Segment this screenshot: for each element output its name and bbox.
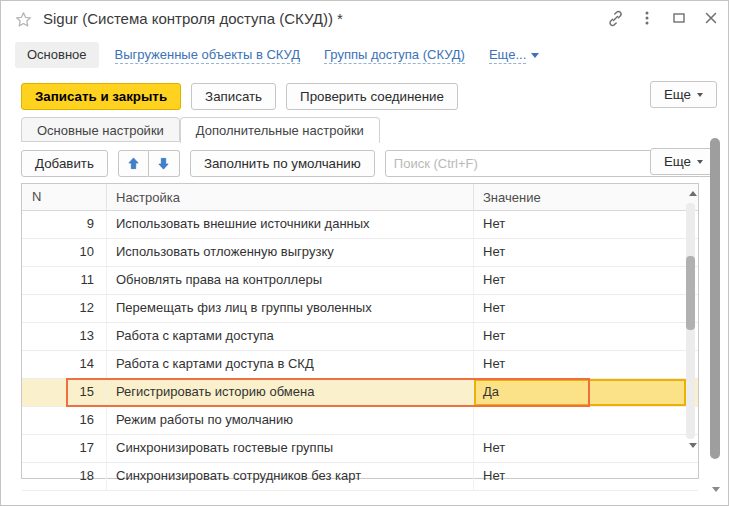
table-row[interactable]: 13 Работа с картами доступа Нет xyxy=(22,323,698,351)
tab-additional-settings[interactable]: Дополнительные настройки xyxy=(180,117,380,143)
setting-name: Синхронизировать гостевые группы xyxy=(107,435,474,462)
setting-name: Обновлять права на контроллеры xyxy=(107,267,474,294)
setting-value: Нет xyxy=(474,267,698,294)
row-number: 10 xyxy=(22,239,107,266)
setting-name: Использовать внешние источники данных xyxy=(107,211,474,238)
list-toolbar: Добавить Заполнить по умолчанию × Еще xyxy=(1,148,728,178)
window-title: Sigur (Система контроля доступа (СКУД)) … xyxy=(43,10,343,27)
table-body: 9 Использовать внешние источники данных … xyxy=(22,211,698,491)
chevron-down-icon xyxy=(531,53,539,58)
kebab-menu-icon[interactable] xyxy=(638,9,656,27)
setting-value: Нет xyxy=(474,295,698,322)
table-row[interactable]: 15 Регистрировать историю обмена Да xyxy=(22,379,698,407)
setting-value: Нет xyxy=(474,239,698,266)
setting-value xyxy=(474,407,698,434)
tab-main-settings[interactable]: Основные настройки xyxy=(21,117,180,142)
table-row[interactable]: 16 Режим работы по умолчанию xyxy=(22,407,698,435)
arrow-down-icon xyxy=(156,156,171,171)
row-number: 14 xyxy=(22,351,107,378)
chevron-down-icon xyxy=(697,160,703,164)
setting-value: Нет xyxy=(474,435,698,462)
nav-link-access-groups[interactable]: Группы доступа (СКУД) xyxy=(324,46,465,64)
move-down-button[interactable] xyxy=(149,150,180,177)
column-header-value[interactable]: Значение xyxy=(474,190,698,205)
toolbar-more-button[interactable]: Еще xyxy=(650,148,717,175)
favorite-star-icon[interactable] xyxy=(14,10,33,29)
app-window: Sigur (Система контроля доступа (СКУД)) … xyxy=(0,0,729,506)
setting-name: Работа с картами доступа xyxy=(107,323,474,350)
setting-value: Нет xyxy=(474,323,698,350)
table-row[interactable]: 11 Обновлять права на контроллеры Нет xyxy=(22,267,698,295)
add-button[interactable]: Добавить xyxy=(21,150,108,177)
column-header-n[interactable]: N xyxy=(22,184,107,210)
table-row[interactable]: 18 Синхронизировать сотрудников без карт… xyxy=(22,463,698,491)
scroll-down-icon[interactable] xyxy=(689,443,697,448)
nav-more-label: Еще... xyxy=(489,46,526,64)
setting-value: Да xyxy=(474,379,698,406)
nav-panel: Основное Выгруженные объекты в СКУД Груп… xyxy=(1,41,728,69)
setting-name: Работа с картами доступа в СКД xyxy=(107,351,474,378)
setting-name: Режим работы по умолчанию xyxy=(107,407,474,434)
settings-table: N Настройка Значение 9 Использовать внеш… xyxy=(21,183,699,479)
titlebar: Sigur (Система контроля доступа (СКУД)) … xyxy=(1,1,728,39)
row-number: 17 xyxy=(22,435,107,462)
setting-value: Нет xyxy=(474,351,698,378)
nav-more-button[interactable]: Еще... xyxy=(489,46,539,64)
row-number: 18 xyxy=(22,463,107,490)
maximize-icon[interactable] xyxy=(670,9,688,27)
save-and-close-button[interactable]: Записать и закрыть xyxy=(21,83,181,110)
settings-tabs: Основные настройки Дополнительные настро… xyxy=(1,117,728,143)
setting-name: Использовать отложенную выгрузку xyxy=(107,239,474,266)
chevron-down-icon xyxy=(697,93,703,97)
command-more-label: Еще xyxy=(664,87,691,102)
table-scrollbar-thumb[interactable] xyxy=(686,256,695,330)
arrow-up-icon xyxy=(126,156,141,171)
setting-name: Синхронизировать сотрудников без карт xyxy=(107,463,474,490)
row-number: 11 xyxy=(22,267,107,294)
table-header: N Настройка Значение xyxy=(22,184,698,211)
form-scroll-down-icon[interactable] xyxy=(712,487,720,492)
setting-name: Перемещать физ лиц в группы уволенных xyxy=(107,295,474,322)
row-number: 12 xyxy=(22,295,107,322)
setting-name: Регистрировать историю обмена xyxy=(107,379,474,406)
move-up-button[interactable] xyxy=(118,150,149,177)
column-header-setting[interactable]: Настройка xyxy=(107,184,474,210)
nav-item-main[interactable]: Основное xyxy=(15,42,99,68)
table-row[interactable]: 12 Перемещать физ лиц в группы уволенных… xyxy=(22,295,698,323)
form-scrollbar-thumb[interactable] xyxy=(710,138,720,459)
fill-default-button[interactable]: Заполнить по умолчанию xyxy=(190,150,375,177)
toolbar-more-label: Еще xyxy=(664,154,691,169)
table-row[interactable]: 9 Использовать внешние источники данных … xyxy=(22,211,698,239)
table-row[interactable]: 17 Синхронизировать гостевые группы Нет xyxy=(22,435,698,463)
row-number: 16 xyxy=(22,407,107,434)
setting-value: Нет xyxy=(474,211,698,238)
nav-link-exported-objects[interactable]: Выгруженные объекты в СКУД xyxy=(115,46,300,64)
row-number: 15 xyxy=(22,379,107,406)
setting-value: Нет xyxy=(474,463,698,490)
save-button[interactable]: Записать xyxy=(191,83,276,110)
link-icon[interactable] xyxy=(606,9,624,27)
titlebar-buttons xyxy=(606,9,720,27)
row-number: 9 xyxy=(22,211,107,238)
scroll-up-icon[interactable] xyxy=(689,191,697,196)
close-icon[interactable] xyxy=(702,9,720,27)
table-row[interactable]: 10 Использовать отложенную выгрузку Нет xyxy=(22,239,698,267)
move-buttons xyxy=(118,150,180,177)
table-row[interactable]: 14 Работа с картами доступа в СКД Нет xyxy=(22,351,698,379)
check-connection-button[interactable]: Проверить соединение xyxy=(286,83,458,110)
command-bar: Записать и закрыть Записать Проверить со… xyxy=(1,81,728,111)
command-more-button[interactable]: Еще xyxy=(650,81,717,108)
row-number: 13 xyxy=(22,323,107,350)
